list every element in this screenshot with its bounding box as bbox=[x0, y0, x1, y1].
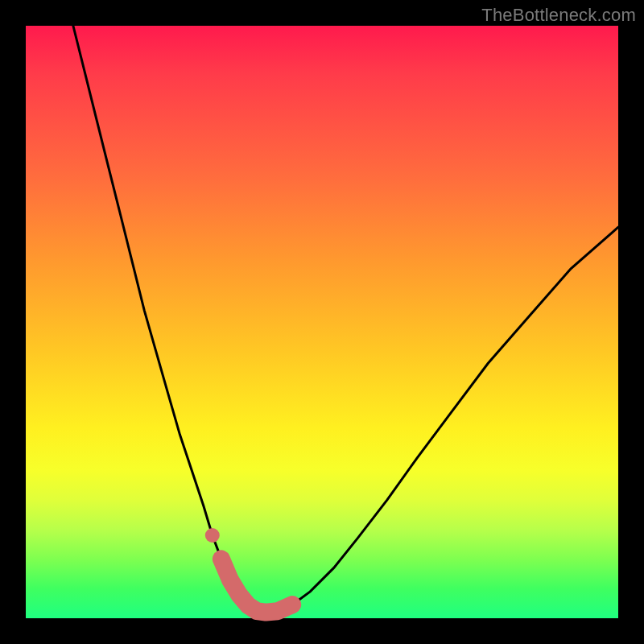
bottleneck-curve bbox=[73, 26, 618, 613]
curve-layer bbox=[26, 26, 618, 618]
watermark-text: TheBottleneck.com bbox=[481, 5, 636, 26]
highlight-dot bbox=[205, 528, 220, 543]
highlighted-segment bbox=[221, 559, 292, 612]
plot-area bbox=[26, 26, 618, 618]
chart-frame: TheBottleneck.com bbox=[0, 0, 644, 644]
